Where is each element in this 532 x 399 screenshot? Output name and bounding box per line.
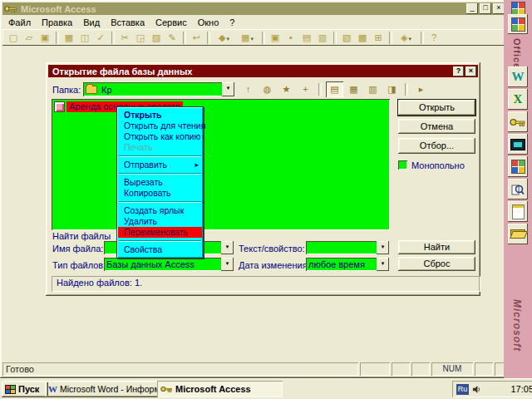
- text-property-label: Текст/свойство:: [239, 244, 305, 254]
- menu-help[interactable]: ?: [229, 17, 234, 27]
- paste-icon[interactable]: ▨: [149, 31, 164, 45]
- menu-file[interactable]: Файл: [8, 17, 31, 27]
- code-icon[interactable]: ▧: [339, 31, 354, 45]
- access-key-icon: [160, 385, 173, 393]
- context-menu-item-delete[interactable]: Удалить: [118, 216, 202, 227]
- excel-shortcut[interactable]: X: [508, 89, 528, 110]
- context-menu-item-send-to[interactable]: Отправить ▸: [118, 160, 202, 170]
- chevron-down-icon[interactable]: ▼: [221, 258, 234, 271]
- file-list[interactable]: Аренда основных средств: [52, 99, 390, 230]
- dialog-close-button[interactable]: ×: [466, 66, 476, 76]
- context-menu-item-copy[interactable]: Копировать: [118, 188, 202, 199]
- restore-button[interactable]: □: [480, 3, 491, 14]
- notepad-icon: [512, 204, 525, 219]
- cancel-button[interactable]: Отмена: [398, 119, 475, 134]
- add-to-favorites-icon[interactable]: +: [297, 81, 314, 97]
- find-fast-shortcut[interactable]: [508, 179, 528, 200]
- help-icon[interactable]: ?: [426, 31, 441, 45]
- speaker-icon[interactable]: [472, 385, 481, 394]
- details-view-icon[interactable]: ▦: [345, 81, 362, 97]
- reset-button[interactable]: Сброс: [398, 257, 475, 271]
- dialog-title-bar: Открытие файла базы данных ? ×: [48, 65, 478, 77]
- date-modified-combo[interactable]: любое время ▼: [306, 258, 389, 271]
- file-type-combo[interactable]: Базы данных Access ▼: [104, 258, 234, 271]
- folder-combo[interactable]: Кр ▼: [83, 82, 234, 96]
- clock[interactable]: 17:05: [510, 384, 532, 394]
- context-menu-item-rename[interactable]: Переименовать: [118, 227, 202, 238]
- undo-icon[interactable]: ↩: [189, 31, 204, 45]
- context-menu-item-cut[interactable]: Вырезать: [118, 177, 202, 188]
- properties-view-icon[interactable]: ▥: [364, 81, 382, 97]
- print-preview-icon[interactable]: ◫: [77, 31, 92, 45]
- menu-service[interactable]: Сервис: [155, 17, 187, 27]
- spelling-icon[interactable]: ✓: [93, 31, 108, 45]
- analyze-icon[interactable]: ▦▾: [236, 31, 259, 45]
- menu-view[interactable]: Вид: [83, 17, 100, 27]
- dialog-help-button[interactable]: ?: [453, 66, 464, 76]
- task-access[interactable]: Microsoft Access: [157, 381, 283, 397]
- relationships-icon[interactable]: ⊞: [371, 31, 386, 45]
- chevron-down-icon[interactable]: ▼: [221, 241, 234, 254]
- file-type-label: Тип файлов:: [52, 260, 106, 270]
- search-web-icon[interactable]: ◍: [259, 81, 276, 97]
- start-button[interactable]: Пуск: [2, 381, 48, 397]
- status-bar: Готово NUM: [2, 362, 506, 376]
- toolbar-separator: [262, 32, 265, 44]
- office-logo-icon: [511, 17, 525, 32]
- context-menu-item-properties[interactable]: Свойства: [118, 244, 202, 255]
- up-one-level-icon[interactable]: ↑: [239, 81, 257, 97]
- exclusive-checkbox[interactable]: [398, 160, 407, 170]
- menu-window[interactable]: Окно: [198, 17, 219, 27]
- print-icon[interactable]: ▦: [62, 31, 76, 45]
- chevron-down-icon[interactable]: ▼: [222, 82, 234, 96]
- chevron-down-icon[interactable]: ▼: [377, 258, 389, 271]
- word-shortcut[interactable]: W: [508, 66, 528, 87]
- task-word[interactable]: W Microsoft Word - Информ...: [45, 381, 161, 397]
- properties-icon[interactable]: ▩: [355, 31, 370, 45]
- toolbar-separator: [318, 83, 322, 96]
- commands-and-settings-icon[interactable]: ▸: [412, 81, 430, 97]
- text-property-combo[interactable]: ▼: [306, 241, 389, 254]
- toolbar-separator: [333, 32, 337, 44]
- format-painter-icon[interactable]: ✎: [165, 31, 180, 45]
- filter-button[interactable]: Отбор...: [398, 138, 475, 154]
- context-menu-item-create-shortcut[interactable]: Создать ярлык: [118, 205, 202, 216]
- open-database-icon[interactable]: ▱: [22, 31, 37, 45]
- list-view-icon[interactable]: ▤: [326, 81, 343, 97]
- access-key-icon: [510, 117, 526, 127]
- office-links-icon[interactable]: ◆▾: [213, 31, 235, 45]
- details-icon[interactable]: ▥: [315, 31, 330, 45]
- large-icons-icon[interactable]: ▣: [268, 31, 283, 45]
- open-button[interactable]: Открыть: [398, 100, 475, 116]
- open-document-shortcut[interactable]: [508, 224, 528, 244]
- windows-logo-icon: [5, 385, 16, 394]
- menu-edit[interactable]: Правка: [42, 17, 72, 27]
- language-indicator[interactable]: Ru: [456, 384, 469, 395]
- find-button[interactable]: Найти: [398, 240, 475, 254]
- close-button[interactable]: ×: [493, 3, 505, 14]
- look-in-favorites-icon[interactable]: ★: [278, 81, 295, 97]
- chevron-down-icon[interactable]: ▼: [377, 241, 389, 254]
- context-menu-item-open[interactable]: Открыть: [118, 110, 202, 121]
- microsoft-wordmark: Microsoft: [511, 299, 523, 352]
- new-object-icon[interactable]: ◈▾: [395, 31, 417, 45]
- powerpoint-shortcut[interactable]: [508, 134, 528, 155]
- new-database-icon[interactable]: ▢: [6, 31, 21, 45]
- preview-view-icon[interactable]: ◨: [383, 81, 401, 97]
- context-menu-item-open-read-only[interactable]: Открыть для чтения: [118, 121, 202, 131]
- minimize-button[interactable]: _: [466, 3, 478, 14]
- context-menu-item-open-as-copy[interactable]: Открыть как копию: [118, 131, 202, 142]
- menu-bar: ФайлПравкаВидВставкаСервисОкно?: [2, 17, 506, 28]
- small-icons-icon[interactable]: ▪: [283, 31, 298, 45]
- office-button[interactable]: [508, 14, 528, 34]
- list-icon[interactable]: ▤: [299, 31, 314, 45]
- cut-icon[interactable]: ✂: [117, 31, 132, 45]
- ms-apps-shortcut[interactable]: [508, 156, 528, 177]
- copy-icon[interactable]: ◲: [133, 31, 148, 45]
- context-menu-item-print: Печать: [118, 142, 202, 153]
- chevron-down-icon: ▾: [250, 36, 254, 42]
- save-icon[interactable]: ▣: [37, 31, 52, 45]
- menu-insert[interactable]: Вставка: [111, 17, 145, 27]
- notes-shortcut[interactable]: [508, 201, 528, 222]
- access-shortcut[interactable]: [508, 111, 528, 132]
